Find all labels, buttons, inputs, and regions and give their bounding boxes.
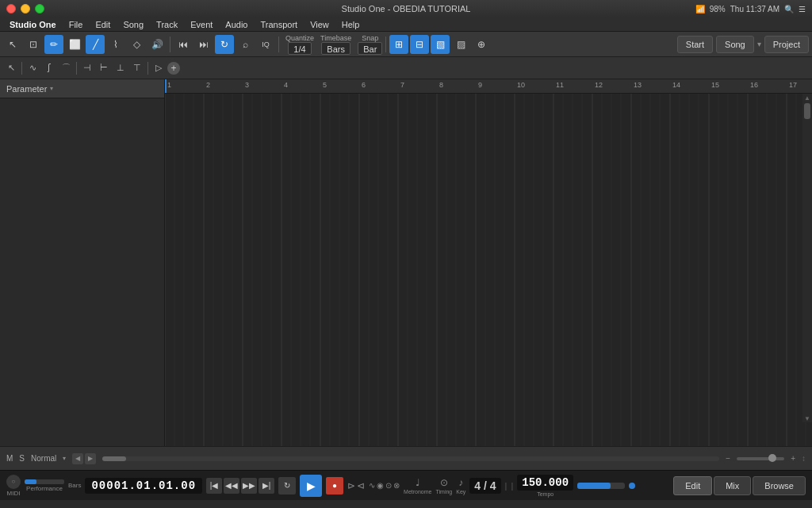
timebase-section: Timebase Bars	[320, 34, 351, 55]
menu-item-studio-one[interactable]: Studio One	[3, 17, 63, 32]
quantize-value[interactable]: 1/4	[288, 42, 311, 55]
record-button[interactable]: ●	[326, 477, 343, 495]
brush-tool-button[interactable]: ╱	[86, 35, 105, 54]
tempo-display[interactable]: 150.000	[517, 475, 573, 491]
rec-icon[interactable]: ◉	[377, 481, 384, 490]
menu-icon[interactable]: ☰	[799, 5, 806, 13]
key-icon[interactable]: ♪	[458, 477, 463, 488]
snap-value[interactable]: Bar	[358, 42, 382, 55]
speaker-button[interactable]: 🔊	[147, 35, 167, 54]
skip-icon[interactable]: ⊲	[357, 480, 365, 491]
tb2-flip-btn[interactable]: ⊥	[113, 60, 128, 76]
tb2-arrow-btn[interactable]: ↖	[3, 60, 19, 76]
grid-area[interactable]	[165, 94, 812, 446]
tb2-curve-btn[interactable]: ∿	[25, 60, 40, 76]
auto-icon[interactable]: ⊙	[385, 481, 392, 490]
toolbar-separator-3	[385, 37, 386, 52]
iq-button[interactable]: IQ	[256, 35, 275, 54]
ruler-6: 6	[359, 81, 366, 89]
grid-button-2[interactable]: ⊟	[410, 35, 429, 54]
metronome-icon[interactable]: ♩	[416, 477, 420, 488]
fast-forward-button[interactable]: ▶▶	[241, 478, 257, 494]
maximize-button[interactable]	[35, 4, 44, 13]
scroll-left-arrow[interactable]: ◀	[72, 453, 83, 464]
loop-transport-button[interactable]: ↻	[278, 477, 296, 495]
select-tool-button[interactable]: ⊡	[24, 35, 43, 54]
menu-item-view[interactable]: View	[304, 17, 335, 32]
mode-dropdown-icon[interactable]: ▾	[63, 455, 66, 462]
mix-mode-button[interactable]: Mix	[714, 476, 751, 495]
tb2-split-btn[interactable]: ⊣	[79, 60, 95, 76]
mute-tool-button[interactable]: ◇	[127, 35, 146, 54]
skip-forward-button[interactable]: ▶|	[259, 478, 274, 494]
vscroll-down-arrow[interactable]: ▼	[803, 414, 811, 422]
minimize-button[interactable]	[21, 4, 30, 13]
forward-button[interactable]: ⏭	[194, 35, 213, 54]
menu-item-event[interactable]: Event	[184, 17, 219, 32]
timebase-value[interactable]: Bars	[321, 42, 350, 55]
tempo-dot	[629, 483, 635, 489]
edit-mode-button[interactable]: Edit	[673, 476, 712, 495]
midi-icon[interactable]: ○	[6, 475, 21, 489]
grid-snap-button[interactable]: ⊞	[389, 35, 408, 54]
menu-item-file[interactable]: File	[63, 17, 90, 32]
grid-button-4[interactable]: ▨	[451, 35, 470, 54]
left-scroll-arrows[interactable]: ◀ ▶	[72, 453, 96, 464]
scroll-right-arrow[interactable]: ▶	[85, 453, 96, 464]
tb2-extra-btn[interactable]: ▷	[151, 60, 167, 76]
menu-item-track[interactable]: Track	[150, 17, 184, 32]
play-button[interactable]: ▶	[300, 475, 322, 497]
tb2-arch-btn[interactable]: ⌒	[58, 60, 74, 76]
rewind-transport-button[interactable]: ◀◀	[224, 478, 239, 494]
timing-section: ⊙ Timing	[435, 477, 452, 495]
skip-back-button[interactable]: |◀	[206, 478, 222, 494]
browse-mode-button[interactable]: Browse	[753, 476, 806, 495]
song-chevron[interactable]: ▾	[757, 40, 761, 48]
zoom-plus-icon[interactable]: +	[791, 454, 795, 463]
m-button[interactable]: M	[6, 454, 13, 463]
tb2-sep-1	[21, 62, 22, 75]
eraser-tool-button[interactable]: ⬜	[65, 35, 84, 54]
window-controls[interactable]	[6, 4, 44, 13]
resize-icon[interactable]: ↕	[802, 454, 806, 463]
time-sig-display[interactable]: 4 / 4	[469, 478, 500, 494]
zoom-thumb[interactable]	[768, 454, 776, 462]
mix-icon[interactable]: ⊗	[393, 481, 400, 490]
piano-roll-area: 1 2 3 4 5 6 7 8 9 10 11 12 13 14 15 16 1…	[165, 79, 812, 446]
menu-item-edit[interactable]: Edit	[89, 17, 117, 32]
pencil-tool-button[interactable]: ✏	[44, 35, 63, 54]
search-icon[interactable]: 🔍	[784, 5, 794, 13]
loop-button[interactable]: ↻	[215, 35, 234, 54]
song-button[interactable]: Song	[716, 36, 754, 53]
grid-button-3[interactable]: ▧	[431, 35, 450, 54]
loop-icon[interactable]: ⊳	[347, 480, 355, 491]
hscroll-thumb[interactable]	[102, 456, 126, 461]
menu-item-audio[interactable]: Audio	[219, 17, 254, 32]
magnify-button[interactable]: ⌕	[236, 35, 255, 54]
vscroll-up-arrow[interactable]: ▲	[803, 94, 811, 102]
timing-icon[interactable]: ⊙	[440, 477, 448, 488]
arrow-tool-button[interactable]: ↖	[3, 35, 22, 54]
tb2-merge-btn[interactable]: ⊢	[96, 60, 112, 76]
vertical-scrollbar[interactable]: ▲ ▼	[802, 94, 812, 422]
close-button[interactable]	[6, 4, 16, 13]
parameter-dropdown-icon[interactable]: ▾	[50, 85, 58, 93]
slice-tool-button[interactable]: ⌇	[106, 35, 125, 54]
menu-item-transport[interactable]: Transport	[254, 17, 304, 32]
s-button[interactable]: S	[19, 454, 25, 463]
horizontal-scrollbar[interactable]	[102, 456, 719, 461]
tb2-scale-btn[interactable]: ⊤	[129, 60, 145, 76]
grid-button-5[interactable]: ⊕	[472, 35, 491, 54]
wave-icon[interactable]: ∿	[369, 481, 375, 490]
rewind-button[interactable]: ⏮	[174, 35, 193, 54]
start-button[interactable]: Start	[677, 36, 713, 53]
normal-mode-label[interactable]: Normal	[31, 454, 56, 463]
tb2-add-button[interactable]: +	[167, 62, 180, 75]
menu-item-help[interactable]: Help	[335, 17, 366, 32]
project-button[interactable]: Project	[764, 36, 809, 53]
zoom-minus-icon[interactable]: −	[726, 454, 730, 463]
vscroll-thumb[interactable]	[804, 103, 810, 119]
menu-item-song[interactable]: Song	[117, 17, 150, 32]
tempo-slider[interactable]	[577, 483, 625, 489]
tb2-wave-btn[interactable]: ʃ	[41, 60, 57, 76]
